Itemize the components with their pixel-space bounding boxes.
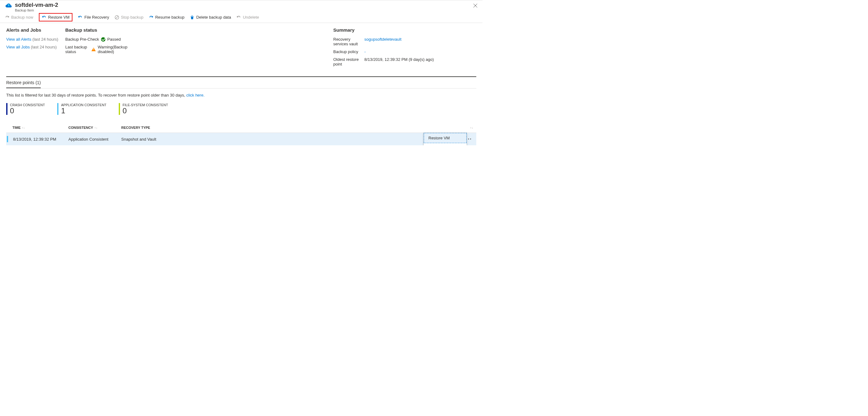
filesystem-consistent-value: 0 [123,107,168,115]
tab-strip: Restore points (1) [6,77,476,89]
crash-consistent-label: CRASH CONSISTENT [10,103,45,107]
precheck-value: Passed [107,37,121,42]
command-bar: Backup now Restore VM File Recovery Stop… [0,12,483,23]
last-backup-value: Warning(Backup disabled) [98,45,131,54]
application-consistent-value: 1 [61,107,106,115]
backup-now-button: Backup now [5,15,33,20]
table-row[interactable]: 8/13/2019, 12:39:32 PM Application Consi… [6,133,476,145]
undelete-button: Undelete [237,15,259,20]
col-header-actions: ↑↓ [464,126,476,130]
sort-icon: ↑↓ [22,126,25,130]
summary-heading: Summary [333,27,476,33]
cloud-backup-icon [5,2,12,8]
filter-note: This list is filtered for last 30 days o… [6,89,476,103]
row-consistency-bar [7,136,8,142]
col-time-label: TIME [12,126,21,130]
sort-icon: ↑↓ [94,126,97,130]
backup-now-label: Backup now [11,15,33,20]
warning-icon [91,47,96,51]
trash-icon [190,15,194,20]
success-icon [101,37,105,42]
view-all-jobs-suffix: (last 24 hours) [31,45,57,49]
content-area: Alerts and Jobs View all Alerts (last 24… [0,23,483,145]
filter-note-text: This list is filtered for last 30 days o… [6,93,186,98]
oldest-restore-value: 8/13/2019, 12:39:32 PM (9 day(s) ago) [364,57,434,66]
last-backup-label: Last backup status [65,45,91,54]
undelete-label: Undelete [243,15,259,20]
stop-backup-label: Stop backup [121,15,143,20]
menu-item-restore-vm[interactable]: Restore VM [424,133,467,143]
col-header-consistency[interactable]: CONSISTENCY↑↓ [68,126,121,130]
delete-backup-data-button[interactable]: Delete backup data [190,15,231,20]
sort-icon: ↑↓ [470,126,473,130]
row-context-menu: Restore VM File Recovery [424,133,467,145]
col-consistency-label: CONSISTENCY [68,126,93,130]
click-here-link[interactable]: click here. [186,93,205,98]
view-all-alerts-link[interactable]: View all Alerts [6,37,31,42]
alerts-heading: Alerts and Jobs [6,27,65,33]
page-subtitle: Backup Item [15,8,58,12]
resume-backup-button[interactable]: Resume backup [149,15,184,20]
undelete-icon [237,15,241,20]
alerts-and-jobs-section: Alerts and Jobs View all Alerts (last 24… [6,27,65,70]
vault-label: Recovery services vault [333,37,364,46]
col-header-time[interactable]: TIME↑↓ [12,126,68,130]
stop-backup-button: Stop backup [115,15,143,20]
cell-consistency: Application Consistent [68,137,121,142]
restore-icon [42,15,46,20]
application-consistent-label: APPLICATION CONSISTENT [61,103,106,107]
oldest-restore-label: Oldest restore point [333,57,364,66]
file-recovery-label: File Recovery [84,15,109,20]
tab-restore-points[interactable]: Restore points (1) [6,77,41,88]
grid-header: TIME↑↓ CONSISTENCY↑↓ RECOVERY TYPE ↑↓ [6,123,476,133]
vault-link[interactable]: sogupsoftdeletevault [364,37,401,46]
backup-now-icon [5,15,9,20]
policy-link[interactable]: - [364,49,366,54]
close-icon[interactable] [471,2,479,10]
row-actions-button[interactable]: ··· [466,136,476,142]
consistency-stats: CRASH CONSISTENT 0 APPLICATION CONSISTEN… [6,103,476,115]
crash-consistent-value: 0 [10,107,45,115]
menu-item-file-recovery[interactable]: File Recovery [424,143,467,145]
file-recovery-button[interactable]: File Recovery [78,15,109,20]
blade-header: softdel-vm-am-2 Backup Item [0,0,483,12]
col-recovery-label: RECOVERY TYPE [121,126,150,130]
stop-icon [115,15,119,20]
cell-recovery: Snapshot and Vault [121,137,466,142]
file-recovery-icon [78,15,82,20]
view-all-alerts-suffix: (last 24 hours) [32,37,58,42]
application-consistent-stat: APPLICATION CONSISTENT 1 [57,103,106,115]
crash-consistent-stat: CRASH CONSISTENT 0 [6,103,45,115]
restore-vm-label: Restore VM [48,15,70,20]
backup-status-section: Backup status Backup Pre-Check Passed La… [65,27,131,70]
filesystem-consistent-stat: FILE-SYSTEM CONSISTENT 0 [119,103,168,115]
resume-icon [149,15,153,20]
resume-backup-label: Resume backup [155,15,184,20]
restore-points-grid: TIME↑↓ CONSISTENCY↑↓ RECOVERY TYPE ↑↓ 8/… [6,123,476,145]
summary-section: Summary Recovery services vault sogupsof… [333,27,476,70]
policy-label: Backup policy [333,49,364,54]
view-all-jobs-link[interactable]: View all Jobs [6,45,30,49]
delete-backup-data-label: Delete backup data [196,15,231,20]
cell-time: 8/13/2019, 12:39:32 PM [13,137,68,142]
status-heading: Backup status [65,27,131,33]
filesystem-consistent-label: FILE-SYSTEM CONSISTENT [123,103,168,107]
col-header-recovery[interactable]: RECOVERY TYPE [121,126,464,130]
page-title: softdel-vm-am-2 [15,2,58,8]
precheck-label: Backup Pre-Check [65,37,101,42]
restore-vm-button[interactable]: Restore VM [39,13,73,22]
